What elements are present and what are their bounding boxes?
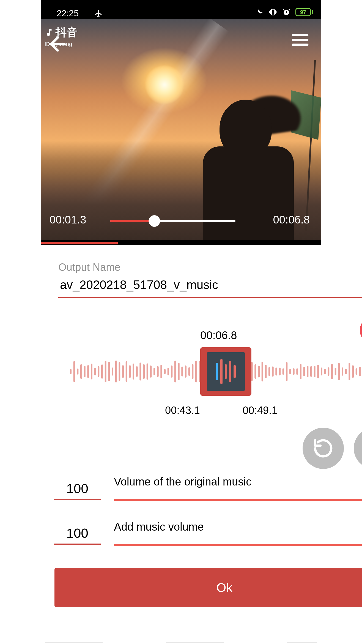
svg-rect-5 bbox=[80, 364, 82, 379]
svg-rect-68 bbox=[300, 364, 301, 379]
svg-rect-26 bbox=[153, 368, 155, 375]
svg-rect-65 bbox=[289, 369, 291, 374]
svg-rect-63 bbox=[283, 369, 284, 375]
svg-rect-82 bbox=[349, 363, 350, 380]
svg-rect-14 bbox=[112, 367, 113, 375]
audio-selection-handle[interactable] bbox=[200, 347, 251, 396]
svg-rect-66 bbox=[293, 368, 295, 375]
svg-rect-35 bbox=[185, 365, 187, 378]
svg-rect-32 bbox=[174, 361, 176, 383]
svg-rect-80 bbox=[342, 367, 343, 375]
svg-rect-64 bbox=[286, 362, 287, 381]
svg-rect-70 bbox=[307, 366, 308, 377]
vibrate-icon bbox=[268, 8, 277, 17]
battery-level: 97 bbox=[295, 8, 311, 16]
svg-rect-62 bbox=[279, 368, 281, 376]
svg-rect-67 bbox=[296, 369, 298, 375]
output-name-label: Output Name bbox=[58, 261, 120, 273]
svg-rect-24 bbox=[147, 364, 148, 380]
svg-rect-31 bbox=[171, 365, 172, 378]
svg-rect-57 bbox=[262, 362, 263, 381]
playback-progress bbox=[110, 220, 151, 222]
svg-rect-55 bbox=[254, 364, 256, 379]
playback-total-time: 00:06.8 bbox=[273, 214, 310, 226]
svg-rect-3 bbox=[73, 361, 75, 382]
clip-length-time: 00:06.8 bbox=[200, 329, 237, 342]
svg-rect-36 bbox=[188, 367, 190, 376]
svg-rect-61 bbox=[275, 368, 277, 376]
svg-rect-4 bbox=[77, 369, 78, 375]
svg-rect-10 bbox=[98, 366, 99, 377]
selection-inner bbox=[207, 352, 245, 391]
svg-rect-33 bbox=[178, 363, 180, 380]
svg-rect-38 bbox=[195, 361, 197, 383]
svg-rect-18 bbox=[126, 361, 127, 382]
svg-rect-74 bbox=[321, 368, 322, 376]
svg-rect-79 bbox=[338, 363, 340, 380]
svg-rect-72 bbox=[314, 366, 316, 377]
svg-rect-84 bbox=[356, 368, 357, 375]
playback-current-time: 00:01.3 bbox=[50, 214, 86, 226]
svg-rect-20 bbox=[133, 364, 134, 380]
svg-rect-16 bbox=[119, 362, 120, 381]
svg-rect-69 bbox=[303, 367, 305, 376]
video-preview[interactable]: 抖音 ID:wyutong bbox=[41, 19, 321, 240]
svg-rect-85 bbox=[359, 367, 361, 376]
svg-rect-27 bbox=[157, 366, 159, 377]
selection-start-time: 00:43.1 bbox=[165, 405, 200, 416]
svg-rect-9 bbox=[94, 368, 96, 375]
svg-rect-56 bbox=[258, 366, 260, 378]
svg-rect-78 bbox=[335, 368, 336, 375]
svg-rect-22 bbox=[139, 362, 141, 380]
svg-rect-81 bbox=[345, 369, 347, 375]
buffer-progress bbox=[41, 242, 118, 244]
svg-rect-58 bbox=[265, 365, 267, 378]
back-button[interactable] bbox=[47, 33, 69, 55]
svg-rect-21 bbox=[136, 366, 138, 377]
remove-audio-button[interactable] bbox=[360, 316, 362, 344]
svg-rect-37 bbox=[192, 364, 193, 379]
selection-end-time: 00:49.1 bbox=[243, 405, 278, 416]
svg-rect-29 bbox=[164, 369, 166, 374]
svg-rect-25 bbox=[150, 365, 152, 378]
svg-rect-13 bbox=[108, 362, 110, 381]
svg-rect-2 bbox=[70, 369, 72, 374]
svg-rect-15 bbox=[115, 361, 117, 383]
svg-rect-12 bbox=[105, 361, 106, 382]
output-name-input[interactable] bbox=[58, 276, 362, 298]
svg-rect-7 bbox=[87, 365, 89, 378]
svg-rect-8 bbox=[91, 364, 92, 380]
added-volume-value[interactable]: 100 bbox=[54, 526, 101, 545]
svg-rect-30 bbox=[168, 368, 169, 375]
moon-icon bbox=[255, 8, 264, 16]
svg-rect-71 bbox=[310, 366, 312, 377]
svg-rect-60 bbox=[272, 366, 274, 376]
svg-rect-34 bbox=[181, 367, 183, 376]
system-nav-hint bbox=[45, 642, 317, 643]
svg-rect-28 bbox=[160, 365, 162, 378]
svg-rect-83 bbox=[352, 365, 354, 378]
svg-rect-77 bbox=[331, 364, 333, 379]
svg-rect-76 bbox=[328, 367, 329, 376]
ok-button[interactable]: Ok bbox=[54, 568, 362, 607]
svg-rect-75 bbox=[324, 369, 326, 374]
airplane-icon bbox=[94, 9, 103, 19]
pause-button[interactable] bbox=[354, 428, 362, 469]
added-volume-label: Add music volume bbox=[114, 521, 204, 533]
playback-thumb[interactable] bbox=[149, 215, 160, 227]
status-time: 22:25 bbox=[57, 8, 79, 18]
svg-rect-19 bbox=[129, 365, 131, 378]
svg-rect-73 bbox=[317, 365, 319, 378]
svg-rect-59 bbox=[268, 367, 270, 376]
added-volume-track[interactable] bbox=[114, 544, 362, 546]
original-volume-value[interactable]: 100 bbox=[54, 481, 101, 500]
svg-rect-0 bbox=[272, 9, 275, 15]
menu-button[interactable] bbox=[290, 30, 310, 50]
svg-rect-23 bbox=[143, 364, 145, 379]
original-volume-track[interactable] bbox=[114, 499, 362, 501]
audio-waveform[interactable] bbox=[69, 358, 362, 385]
restart-button[interactable] bbox=[303, 428, 344, 469]
battery-indicator: 97 bbox=[295, 8, 313, 16]
alarm-icon bbox=[282, 8, 290, 16]
svg-rect-17 bbox=[122, 365, 124, 378]
